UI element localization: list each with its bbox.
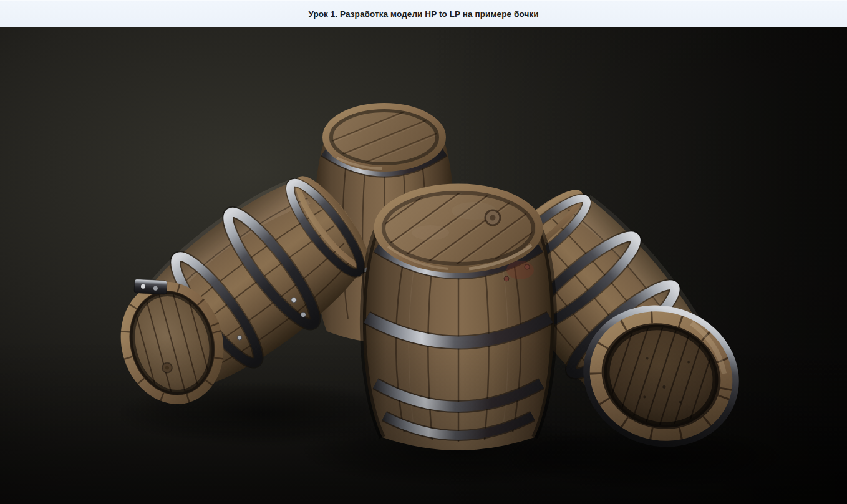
barrel-left-metal-patch <box>134 279 167 295</box>
lesson-page: Урок 1. Разработка модели HP to LP на пр… <box>0 0 847 504</box>
lesson-title-bar: Урок 1. Разработка модели HP to LP на пр… <box>0 0 847 27</box>
barrels-render: вертикальная бочка (задняя) <box>0 27 847 504</box>
bottom-vignette <box>0 339 847 504</box>
lesson-title: Урок 1. Разработка модели HP to LP на пр… <box>308 9 538 19</box>
render-viewport: вертикальная бочка (задняя) <box>0 27 847 504</box>
